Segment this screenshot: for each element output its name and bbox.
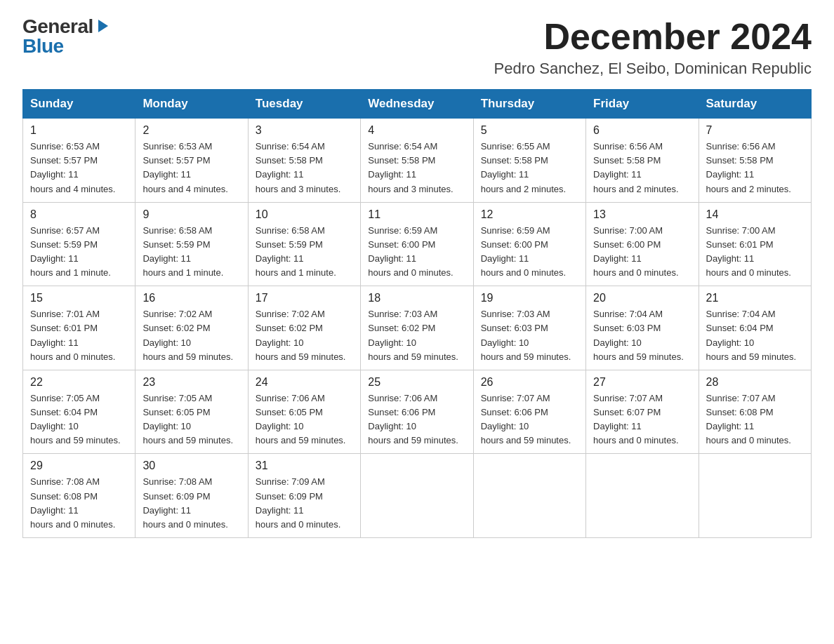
calendar-week-row: 1 Sunrise: 6:53 AM Sunset: 5:57 PM Dayli… [23,119,812,203]
table-row: 29 Sunrise: 7:08 AM Sunset: 6:08 PM Dayl… [23,454,135,538]
day-info: Sunrise: 7:09 AM Sunset: 6:09 PM Dayligh… [256,475,353,532]
table-row: 18 Sunrise: 7:03 AM Sunset: 6:02 PM Dayl… [361,286,473,370]
day-number: 10 [256,208,353,221]
day-info: Sunrise: 7:04 AM Sunset: 6:03 PM Dayligh… [593,307,691,364]
day-info: Sunrise: 6:58 AM Sunset: 5:59 PM Dayligh… [143,224,240,281]
day-number: 31 [256,459,353,472]
day-number: 27 [593,376,691,389]
day-info: Sunrise: 7:01 AM Sunset: 6:01 PM Dayligh… [30,307,128,364]
day-info: Sunrise: 6:56 AM Sunset: 5:58 PM Dayligh… [593,140,691,196]
logo-arrow-icon [95,18,111,34]
calendar-week-row: 22 Sunrise: 7:05 AM Sunset: 6:04 PM Dayl… [23,370,812,454]
day-info: Sunrise: 7:03 AM Sunset: 6:02 PM Dayligh… [368,307,465,364]
day-number: 18 [368,292,465,304]
day-number: 2 [143,124,240,137]
day-number: 24 [256,376,353,389]
header-friday: Friday [586,90,699,119]
day-number: 19 [481,292,578,304]
table-row: 10 Sunrise: 6:58 AM Sunset: 5:59 PM Dayl… [248,202,360,286]
table-row: 6 Sunrise: 6:56 AM Sunset: 5:58 PM Dayli… [586,119,699,203]
table-row [586,454,699,538]
logo-blue-text: Blue [22,36,64,56]
day-number: 9 [143,208,240,221]
day-info: Sunrise: 6:58 AM Sunset: 5:59 PM Dayligh… [256,224,353,281]
table-row: 25 Sunrise: 7:06 AM Sunset: 6:06 PM Dayl… [361,370,473,454]
day-number: 6 [593,124,691,137]
table-row [361,454,473,538]
day-number: 13 [593,208,691,221]
table-row: 23 Sunrise: 7:05 AM Sunset: 6:05 PM Dayl… [135,370,248,454]
table-row: 17 Sunrise: 7:02 AM Sunset: 6:02 PM Dayl… [248,286,360,370]
day-number: 30 [143,459,240,472]
svg-marker-0 [98,20,108,32]
title-block: December 2024 Pedro Sanchez, El Seibo, D… [494,17,812,78]
day-number: 12 [481,208,578,221]
day-info: Sunrise: 7:06 AM Sunset: 6:05 PM Dayligh… [256,391,353,448]
day-info: Sunrise: 7:07 AM Sunset: 6:06 PM Dayligh… [481,391,578,448]
table-row [473,454,585,538]
table-row [699,454,811,538]
table-row: 5 Sunrise: 6:55 AM Sunset: 5:58 PM Dayli… [473,119,585,203]
calendar-week-row: 29 Sunrise: 7:08 AM Sunset: 6:08 PM Dayl… [23,454,812,538]
day-number: 11 [368,208,465,221]
day-info: Sunrise: 7:07 AM Sunset: 6:08 PM Dayligh… [706,391,804,448]
table-row: 4 Sunrise: 6:54 AM Sunset: 5:58 PM Dayli… [361,119,473,203]
day-info: Sunrise: 6:59 AM Sunset: 6:00 PM Dayligh… [481,224,578,281]
day-info: Sunrise: 7:07 AM Sunset: 6:07 PM Dayligh… [593,391,691,448]
table-row: 3 Sunrise: 6:54 AM Sunset: 5:58 PM Dayli… [248,119,360,203]
day-number: 21 [706,292,804,304]
header-wednesday: Wednesday [361,90,473,119]
day-number: 26 [481,376,578,389]
table-row: 11 Sunrise: 6:59 AM Sunset: 6:00 PM Dayl… [361,202,473,286]
table-row: 20 Sunrise: 7:04 AM Sunset: 6:03 PM Dayl… [586,286,699,370]
day-number: 8 [30,208,128,221]
calendar-week-row: 15 Sunrise: 7:01 AM Sunset: 6:01 PM Dayl… [23,286,812,370]
table-row: 15 Sunrise: 7:01 AM Sunset: 6:01 PM Dayl… [23,286,135,370]
table-row: 22 Sunrise: 7:05 AM Sunset: 6:04 PM Dayl… [23,370,135,454]
day-number: 23 [143,376,240,389]
table-row: 28 Sunrise: 7:07 AM Sunset: 6:08 PM Dayl… [699,370,811,454]
day-number: 16 [143,292,240,304]
header-tuesday: Tuesday [248,90,360,119]
day-number: 1 [30,124,128,137]
calendar-table: Sunday Monday Tuesday Wednesday Thursday… [22,89,812,538]
day-number: 7 [706,124,804,137]
table-row: 7 Sunrise: 6:56 AM Sunset: 5:58 PM Dayli… [699,119,811,203]
day-number: 28 [706,376,804,389]
calendar-week-row: 8 Sunrise: 6:57 AM Sunset: 5:59 PM Dayli… [23,202,812,286]
table-row: 27 Sunrise: 7:07 AM Sunset: 6:07 PM Dayl… [586,370,699,454]
month-title: December 2024 [494,17,812,57]
table-row: 26 Sunrise: 7:07 AM Sunset: 6:06 PM Dayl… [473,370,585,454]
day-number: 25 [368,376,465,389]
day-info: Sunrise: 7:02 AM Sunset: 6:02 PM Dayligh… [256,307,353,364]
day-info: Sunrise: 6:54 AM Sunset: 5:58 PM Dayligh… [256,140,353,196]
day-info: Sunrise: 7:06 AM Sunset: 6:06 PM Dayligh… [368,391,465,448]
logo-general-text: General [22,17,93,36]
table-row: 21 Sunrise: 7:04 AM Sunset: 6:04 PM Dayl… [699,286,811,370]
day-info: Sunrise: 6:53 AM Sunset: 5:57 PM Dayligh… [30,140,128,196]
day-info: Sunrise: 7:05 AM Sunset: 6:05 PM Dayligh… [143,391,240,448]
day-info: Sunrise: 6:59 AM Sunset: 6:00 PM Dayligh… [368,224,465,281]
day-info: Sunrise: 7:03 AM Sunset: 6:03 PM Dayligh… [481,307,578,364]
day-info: Sunrise: 6:53 AM Sunset: 5:57 PM Dayligh… [143,140,240,196]
logo: General Blue [22,17,111,56]
table-row: 13 Sunrise: 7:00 AM Sunset: 6:00 PM Dayl… [586,202,699,286]
day-info: Sunrise: 7:04 AM Sunset: 6:04 PM Dayligh… [706,307,804,364]
day-number: 22 [30,376,128,389]
location-title: Pedro Sanchez, El Seibo, Dominican Repub… [494,60,812,78]
header-monday: Monday [135,90,248,119]
table-row: 1 Sunrise: 6:53 AM Sunset: 5:57 PM Dayli… [23,119,135,203]
table-row: 19 Sunrise: 7:03 AM Sunset: 6:03 PM Dayl… [473,286,585,370]
day-info: Sunrise: 7:08 AM Sunset: 6:08 PM Dayligh… [30,475,128,532]
day-info: Sunrise: 6:54 AM Sunset: 5:58 PM Dayligh… [368,140,465,196]
table-row: 31 Sunrise: 7:09 AM Sunset: 6:09 PM Dayl… [248,454,360,538]
day-number: 20 [593,292,691,304]
table-row: 14 Sunrise: 7:00 AM Sunset: 6:01 PM Dayl… [699,202,811,286]
page-header: General Blue December 2024 Pedro Sanchez… [22,17,812,78]
header-saturday: Saturday [699,90,811,119]
header-thursday: Thursday [473,90,585,119]
day-number: 29 [30,459,128,472]
day-info: Sunrise: 6:55 AM Sunset: 5:58 PM Dayligh… [481,140,578,196]
day-number: 15 [30,292,128,304]
day-info: Sunrise: 7:00 AM Sunset: 6:00 PM Dayligh… [593,224,691,281]
